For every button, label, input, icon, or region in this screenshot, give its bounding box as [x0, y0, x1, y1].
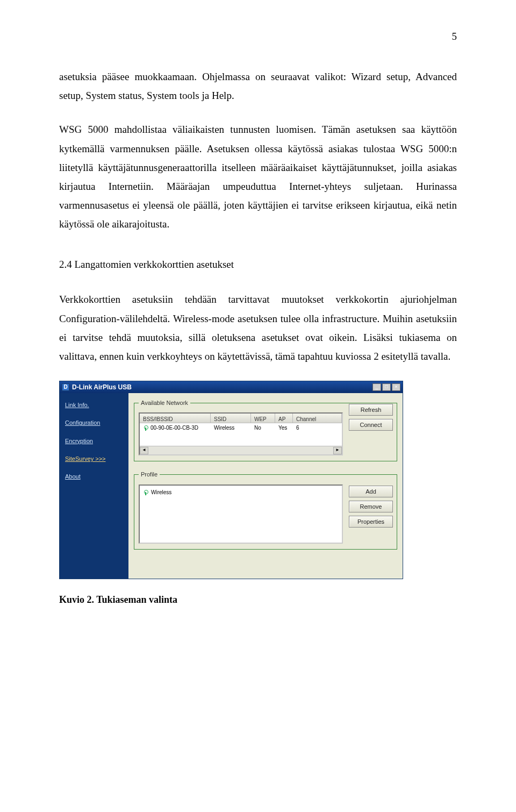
sidebar-item-about[interactable]: About: [65, 471, 123, 482]
close-button[interactable]: ×: [392, 383, 400, 391]
profile-list[interactable]: Wireless: [139, 485, 343, 544]
refresh-button[interactable]: Refresh: [349, 404, 393, 416]
page-number: 5: [59, 27, 457, 46]
app-body: Link Info. Configuration Encryption Site…: [60, 393, 403, 579]
app-icon: D: [62, 383, 69, 391]
properties-button[interactable]: Properties: [349, 516, 393, 528]
scroll-left-icon[interactable]: ◄: [140, 447, 148, 454]
cell-bss: 00-90-0E-00-CB-3D: [150, 423, 198, 433]
app-window: D D-Link AirPlus USB _ □ × Link Info. Co…: [59, 381, 403, 579]
available-network-legend: Available Network: [139, 397, 190, 408]
available-buttons: Refresh Connect: [349, 404, 393, 431]
sidebar: Link Info. Configuration Encryption Site…: [60, 393, 128, 579]
remove-button[interactable]: Remove: [349, 501, 393, 512]
scroll-right-icon[interactable]: ►: [333, 447, 342, 454]
col-channel[interactable]: Channel: [293, 414, 342, 423]
col-wep[interactable]: WEP: [251, 414, 275, 423]
body-paragraph-3: Verkkokorttien asetuksiin tehdään tarvit…: [59, 290, 457, 366]
profile-legend: Profile: [139, 469, 160, 480]
minimize-button[interactable]: _: [372, 383, 381, 391]
col-ssid[interactable]: SSID: [211, 414, 251, 423]
sidebar-item-encryption[interactable]: Encryption: [65, 436, 123, 446]
window-title: D-Link AirPlus USB: [72, 381, 132, 393]
sidebar-item-link-info[interactable]: Link Info.: [65, 400, 123, 410]
figure-caption: Kuvio 2. Tukiaseman valinta: [59, 591, 457, 609]
cell-ssid: Wireless: [211, 423, 251, 434]
profile-buttons: Add Remove Properties: [349, 486, 393, 528]
antenna-icon: [143, 425, 148, 431]
network-row[interactable]: 00-90-0E-00-CB-3D Wireless No Yes 6: [140, 423, 342, 433]
titlebar[interactable]: D D-Link AirPlus USB _ □ ×: [60, 381, 403, 393]
sidebar-item-configuration[interactable]: Configuration: [65, 417, 123, 428]
connect-button[interactable]: Connect: [349, 419, 393, 431]
maximize-button[interactable]: □: [382, 383, 391, 391]
col-ap[interactable]: AP: [275, 414, 293, 423]
antenna-icon: [143, 490, 148, 495]
cell-channel: 6: [293, 423, 342, 434]
body-paragraph-2: WSG 5000 mahdollistaa väliaikaisten tunn…: [59, 120, 457, 233]
cell-wep: No: [251, 423, 275, 434]
sidebar-item-sitesurvey[interactable]: SiteSurvey >>>: [65, 453, 123, 464]
main-panel: Available Network BSS/IBSSID SSID WEP AP…: [128, 393, 403, 579]
section-heading: 2.4 Langattomien verkkokorttien asetukse…: [59, 255, 457, 274]
cell-ap: Yes: [275, 423, 293, 434]
col-bss[interactable]: BSS/IBSSID: [140, 414, 211, 423]
network-grid[interactable]: BSS/IBSSID SSID WEP AP Channel 00-90-0E-…: [139, 412, 343, 455]
body-paragraph-1: asetuksia pääsee muokkaamaan. Ohjelmassa…: [59, 67, 457, 105]
add-button[interactable]: Add: [349, 486, 393, 497]
profile-row-label: Wireless: [151, 488, 171, 498]
profile-row[interactable]: Wireless: [143, 488, 339, 498]
grid-scrollbar[interactable]: ◄ ►: [140, 446, 342, 454]
grid-header: BSS/IBSSID SSID WEP AP Channel: [140, 414, 342, 423]
